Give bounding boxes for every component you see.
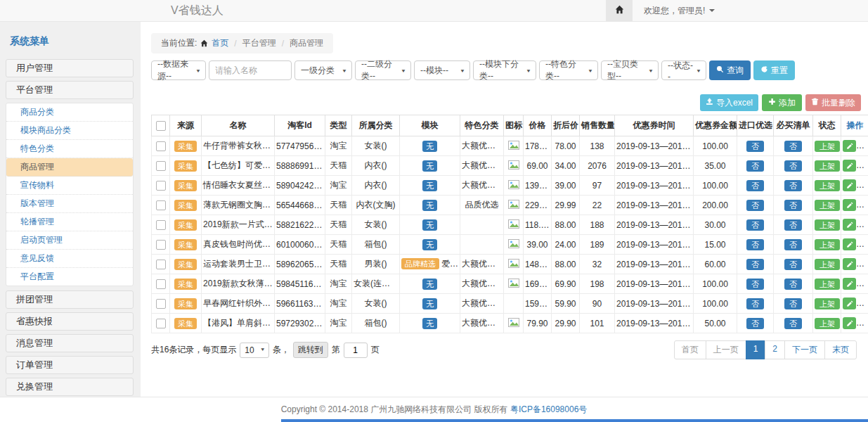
must-buy-toggle-button[interactable]: 否 xyxy=(784,259,802,270)
pagination-first-button[interactable]: 首页 xyxy=(674,340,706,359)
pagination-next-button[interactable]: 下一页 xyxy=(784,340,825,359)
filter-item-type-select[interactable]: --宝贝类型--▼ xyxy=(601,60,659,80)
edit-button[interactable] xyxy=(843,160,856,172)
reset-button[interactable]: 重置 xyxy=(753,60,795,80)
filter-module-select[interactable]: --模块--▼ xyxy=(414,60,470,80)
must-buy-toggle-button[interactable]: 否 xyxy=(784,298,802,309)
edit-button[interactable] xyxy=(843,258,856,270)
edit-button[interactable] xyxy=(843,278,856,290)
pagination-page-2-button[interactable]: 2 xyxy=(765,340,785,359)
status-toggle-button[interactable]: 上架 xyxy=(815,298,840,309)
goods-name-input[interactable] xyxy=(209,60,292,80)
status-toggle-button[interactable]: 上架 xyxy=(815,141,840,152)
status-toggle-button[interactable]: 上架 xyxy=(815,259,840,270)
imported-toggle-button[interactable]: 否 xyxy=(746,318,764,329)
status-toggle-button[interactable]: 上架 xyxy=(815,200,840,211)
status-toggle-button[interactable]: 上架 xyxy=(815,279,840,290)
home-button[interactable] xyxy=(606,0,633,21)
imported-toggle-button[interactable]: 否 xyxy=(746,160,764,172)
imported-toggle-button[interactable]: 否 xyxy=(746,239,764,250)
sidebar-item-goods-management[interactable]: 商品管理 xyxy=(6,158,133,177)
import-excel-button[interactable]: 导入excel xyxy=(700,94,758,111)
user-menu[interactable]: 欢迎您，管理员! xyxy=(644,5,715,17)
row-checkbox[interactable] xyxy=(156,161,166,171)
imported-toggle-button[interactable]: 否 xyxy=(746,298,764,309)
cell-type: 淘宝 xyxy=(325,176,352,196)
sidebar-item-platform-config[interactable]: 平台配置 xyxy=(6,268,133,286)
row-checkbox[interactable] xyxy=(156,240,166,250)
sidebar-item-goods-category[interactable]: 商品分类 xyxy=(6,103,133,122)
edit-button[interactable] xyxy=(843,199,856,211)
pagination-prev-button[interactable]: 上一页 xyxy=(706,340,746,359)
sidebar-item-user[interactable]: 用户管理 xyxy=(6,59,134,77)
filter-category-level2-select[interactable]: --二级分类--▼ xyxy=(355,60,411,80)
row-checkbox[interactable] xyxy=(156,141,166,151)
status-toggle-button[interactable]: 上架 xyxy=(815,160,840,172)
imported-toggle-button[interactable]: 否 xyxy=(746,259,764,270)
sidebar-item-platform[interactable]: 平台管理 xyxy=(6,81,134,99)
breadcrumb-prefix: 当前位置: xyxy=(161,37,197,49)
row-checkbox[interactable] xyxy=(156,299,166,309)
edit-button[interactable] xyxy=(843,298,856,309)
row-checkbox[interactable] xyxy=(156,181,166,191)
jump-page-input[interactable] xyxy=(344,343,368,358)
imported-toggle-button[interactable]: 否 xyxy=(746,219,764,231)
sidebar-item-version-management[interactable]: 版本管理 xyxy=(6,195,133,213)
sidebar-item-feature-category[interactable]: 特色分类 xyxy=(6,140,133,158)
status-toggle-button[interactable]: 上架 xyxy=(815,219,840,231)
row-checkbox[interactable] xyxy=(156,279,166,289)
sidebar-item-order[interactable]: 订单管理 xyxy=(6,356,134,374)
must-buy-toggle-button[interactable]: 否 xyxy=(784,200,802,211)
edit-button[interactable] xyxy=(843,219,856,231)
filter-feature-category-select[interactable]: --特色分类--▼ xyxy=(539,60,598,80)
imported-toggle-button[interactable]: 否 xyxy=(746,200,764,211)
filter-category-level2-value: --二级分类-- xyxy=(361,58,398,82)
must-buy-toggle-button[interactable]: 否 xyxy=(784,180,802,191)
filter-data-source-select[interactable]: --数据来源--▼ xyxy=(151,60,206,80)
per-page-select[interactable]: 10 ▼ xyxy=(240,343,268,358)
must-buy-toggle-button[interactable]: 否 xyxy=(784,141,802,152)
jump-to-button[interactable]: 跳转到 xyxy=(293,342,328,358)
must-buy-toggle-button[interactable]: 否 xyxy=(784,239,802,250)
edit-button[interactable] xyxy=(843,179,856,191)
row-checkbox[interactable] xyxy=(156,260,166,269)
select-all-checkbox[interactable] xyxy=(156,121,166,131)
sidebar-item-promo-material[interactable]: 宣传物料 xyxy=(6,177,133,195)
row-checkbox[interactable] xyxy=(156,200,166,210)
pagination-page-1-button[interactable]: 1 xyxy=(746,340,766,359)
sidebar-item-feedback[interactable]: 意见反馈 xyxy=(6,250,133,268)
status-toggle-button[interactable]: 上架 xyxy=(815,239,840,250)
filter-module-sub-category-select[interactable]: --模块下分类--▼ xyxy=(473,60,536,80)
edit-button[interactable] xyxy=(843,317,856,329)
imported-toggle-button[interactable]: 否 xyxy=(746,279,764,290)
edit-button[interactable] xyxy=(843,238,856,250)
imported-toggle-button[interactable]: 否 xyxy=(746,141,764,152)
add-button[interactable]: 添加 xyxy=(762,94,802,111)
row-checkbox[interactable] xyxy=(156,319,166,328)
batch-delete-button[interactable]: 批量删除 xyxy=(805,94,861,111)
filter-status-select[interactable]: --状态--▼ xyxy=(661,60,706,80)
must-buy-toggle-button[interactable]: 否 xyxy=(784,318,802,329)
must-buy-toggle-button[interactable]: 否 xyxy=(784,219,802,231)
must-buy-toggle-button[interactable]: 否 xyxy=(784,279,802,290)
breadcrumb-home-link[interactable]: 首页 xyxy=(212,37,228,49)
sidebar-item-module-goods-category[interactable]: 模块商品分类 xyxy=(6,122,133,140)
sidebar-item-message[interactable]: 消息管理 xyxy=(6,334,134,352)
row-checkbox[interactable] xyxy=(156,220,166,230)
cell-imported: 否 xyxy=(737,215,774,235)
sidebar-item-carousel-management[interactable]: 轮播管理 xyxy=(6,213,133,231)
sidebar-item-exchange[interactable]: 兑换管理 xyxy=(6,378,134,396)
search-button[interactable]: 查询 xyxy=(709,60,751,80)
status-toggle-button[interactable]: 上架 xyxy=(815,180,840,191)
edit-button[interactable] xyxy=(843,140,856,152)
icp-link[interactable]: 粤ICP备16098006号 xyxy=(510,404,587,414)
cell-icon xyxy=(504,156,524,176)
pagination-last-button[interactable]: 末页 xyxy=(824,340,857,359)
sidebar-item-express[interactable]: 省惠快报 xyxy=(6,312,134,331)
status-toggle-button[interactable]: 上架 xyxy=(815,318,840,329)
sidebar-item-splash-management[interactable]: 启动页管理 xyxy=(6,231,133,250)
must-buy-toggle-button[interactable]: 否 xyxy=(784,160,802,172)
filter-category-level1-select[interactable]: 一级分类▼ xyxy=(294,60,352,80)
imported-toggle-button[interactable]: 否 xyxy=(746,180,764,191)
sidebar-item-groupbuy[interactable]: 拼团管理 xyxy=(6,290,134,309)
